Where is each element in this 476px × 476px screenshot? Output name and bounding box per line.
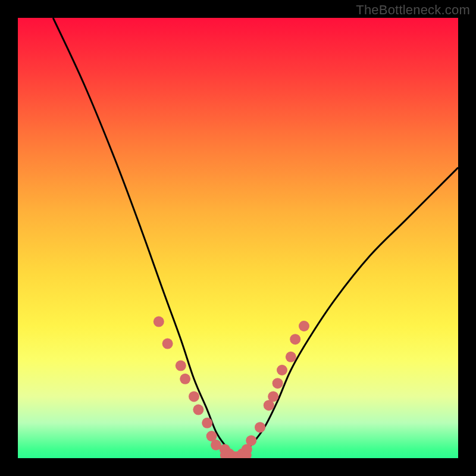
data-marker <box>299 321 309 331</box>
data-marker <box>193 405 203 415</box>
data-marker <box>277 365 287 375</box>
data-marker <box>286 352 296 362</box>
bottleneck-curve <box>53 18 458 455</box>
data-marker <box>176 361 186 371</box>
data-marker <box>255 422 265 433</box>
watermark-text: TheBottleneck.com <box>356 2 470 18</box>
data-marker <box>189 391 199 402</box>
data-marker <box>268 391 278 402</box>
marker-layer <box>154 317 309 458</box>
data-marker <box>273 378 283 389</box>
data-marker <box>180 374 190 384</box>
chart-outer: TheBottleneck.com <box>0 0 476 476</box>
plot-area <box>18 18 458 458</box>
plot-svg <box>18 18 458 458</box>
data-marker <box>290 334 300 345</box>
data-marker <box>162 339 173 349</box>
data-marker <box>246 435 256 446</box>
data-marker <box>202 418 212 428</box>
data-marker <box>154 317 164 327</box>
